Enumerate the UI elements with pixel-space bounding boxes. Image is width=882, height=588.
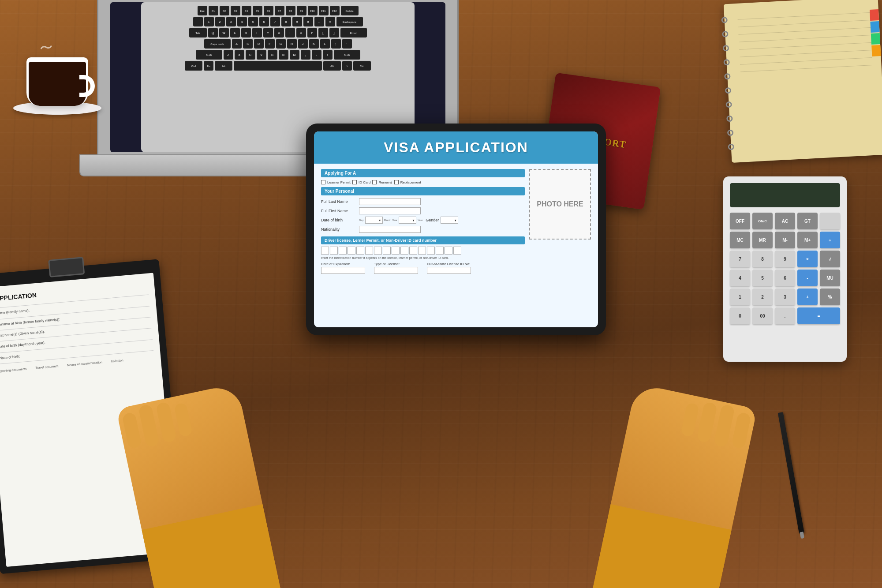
calc-btn-6[interactable]: 6 [775, 270, 795, 286]
visa-form-body: Applying For A Learner Permit ID Card Re… [314, 164, 598, 279]
calc-btn-8[interactable]: 8 [752, 251, 773, 267]
key-7: 7 [270, 17, 280, 26]
id-box-14[interactable] [436, 247, 444, 255]
nb-line-1 [738, 12, 870, 20]
calc-btn-mu[interactable]: MU [820, 270, 840, 286]
key-capslock: Caps Lock [204, 39, 231, 49]
key-backslash: \ [342, 61, 352, 71]
input-expiration[interactable] [321, 267, 365, 274]
gender-row: Gender ▼ [426, 217, 458, 224]
calc-btn-mplus[interactable]: M+ [797, 232, 818, 248]
calc-btn-0[interactable]: 0 [730, 307, 750, 324]
id-box-15[interactable] [445, 247, 452, 255]
key-f10: F10 [308, 6, 318, 15]
key-x: X [235, 50, 244, 60]
id-box-5[interactable] [356, 247, 364, 255]
key-alt-left: Alt [215, 61, 232, 71]
calc-btn-00[interactable]: 00 [752, 307, 773, 324]
key-quote: ' [342, 39, 352, 49]
calc-btn-dot[interactable]: . [775, 307, 795, 324]
cup-handle [79, 75, 95, 97]
input-nationality[interactable] [359, 226, 421, 233]
id-box-9[interactable] [392, 247, 400, 255]
invitation-label: Invitation [111, 358, 123, 364]
label-id-card: ID Card [359, 180, 371, 184]
input-last-name[interactable] [359, 198, 421, 205]
checkbox-learner-permit[interactable] [321, 180, 325, 184]
input-out-of-state[interactable] [427, 267, 471, 274]
calc-btn-equals[interactable]: = [797, 307, 840, 324]
key-0: 0 [303, 17, 313, 26]
calc-btn-minus[interactable]: - [797, 270, 818, 286]
calc-btn-4[interactable]: 4 [730, 270, 750, 286]
coffee-liquid [29, 62, 86, 106]
key-y: Y [263, 28, 273, 37]
calc-btn-sqrt[interactable]: √ [820, 251, 840, 267]
checkbox-renewal[interactable] [372, 180, 377, 184]
dob-month-arrow: ▼ [412, 219, 415, 222]
id-box-12[interactable] [418, 247, 426, 255]
label-expiration: Date of Expiration: [321, 262, 365, 266]
id-box-8[interactable] [383, 247, 391, 255]
id-box-11[interactable] [409, 247, 417, 255]
calc-btn-5[interactable]: 5 [752, 270, 773, 286]
key-v: V [257, 50, 266, 60]
calc-btn-2[interactable]: 2 [752, 288, 773, 305]
nb-line-3 [738, 27, 871, 35]
key-semicolon: ; [331, 39, 341, 49]
calc-btn-blank [820, 213, 840, 229]
calc-btn-mr[interactable]: MR [752, 232, 773, 248]
calc-btn-off[interactable]: OFF [730, 213, 750, 229]
key-alt-right: Alt [323, 61, 341, 71]
input-first-name[interactable] [359, 207, 421, 214]
key-f5: F5 [253, 6, 262, 15]
nb-line-4 [739, 35, 871, 42]
id-box-16[interactable] [453, 247, 461, 255]
id-box-3[interactable] [339, 247, 347, 255]
calc-btn-percent[interactable]: % [820, 288, 840, 305]
support-docs-label: Supporting documents [0, 366, 27, 375]
calc-btn-1[interactable]: 1 [730, 288, 750, 305]
id-box-10[interactable] [400, 247, 408, 255]
id-box-6[interactable] [365, 247, 373, 255]
calc-btn-multiply[interactable]: × [797, 251, 818, 267]
dob-month-select[interactable]: ▼ [399, 217, 416, 224]
calc-btn-9[interactable]: 9 [775, 251, 795, 267]
calc-btn-mc[interactable]: MC [730, 232, 750, 248]
id-box-7[interactable] [374, 247, 382, 255]
key-s: S [243, 39, 253, 49]
bottom-field-out-of-state: Out-of-State License ID No: [427, 262, 471, 274]
calc-btn-3[interactable]: 3 [775, 288, 795, 305]
input-license-type[interactable] [374, 267, 418, 274]
bottom-field-license-type: Type of License: [374, 262, 418, 274]
key-f11: F11 [319, 6, 329, 15]
spiral-ring-10 [728, 144, 734, 150]
dob-day-select[interactable]: ▼ [365, 217, 383, 224]
calc-btn-divide[interactable]: ÷ [820, 232, 840, 248]
key-1: 1 [204, 17, 214, 26]
key-w: W [219, 28, 229, 37]
label-replacement: Replacement [400, 180, 421, 184]
key-5: 5 [248, 17, 258, 26]
spiral-ring-4 [723, 59, 730, 66]
calc-btn-7[interactable]: 7 [730, 251, 750, 267]
field-nationality-row: Nationality [321, 226, 525, 233]
checkbox-id-card[interactable] [352, 180, 357, 184]
id-box-2[interactable] [330, 247, 338, 255]
gender-select[interactable]: ▼ [441, 217, 458, 224]
key-backtick: ` [193, 17, 203, 26]
calc-btn-mminus[interactable]: M- [775, 232, 795, 248]
calc-btn-gt[interactable]: GT [797, 213, 818, 229]
field-dob-row: Date of birth Day ▼ Month Year ▼ [321, 217, 525, 224]
key-del: Delete [341, 6, 359, 15]
dob-year-label: Year [418, 219, 423, 221]
calc-btn-ac[interactable]: AC [775, 213, 795, 229]
bottom-field-expiration: Date of Expiration: [321, 262, 365, 274]
checkbox-replacement[interactable] [394, 180, 399, 184]
id-box-13[interactable] [427, 247, 435, 255]
calc-btn-plus[interactable]: + [797, 288, 818, 305]
id-box-1[interactable] [321, 247, 329, 255]
calc-btn-on[interactable]: ON/C [752, 213, 773, 229]
id-box-4[interactable] [348, 247, 355, 255]
key-a: A [232, 39, 242, 49]
